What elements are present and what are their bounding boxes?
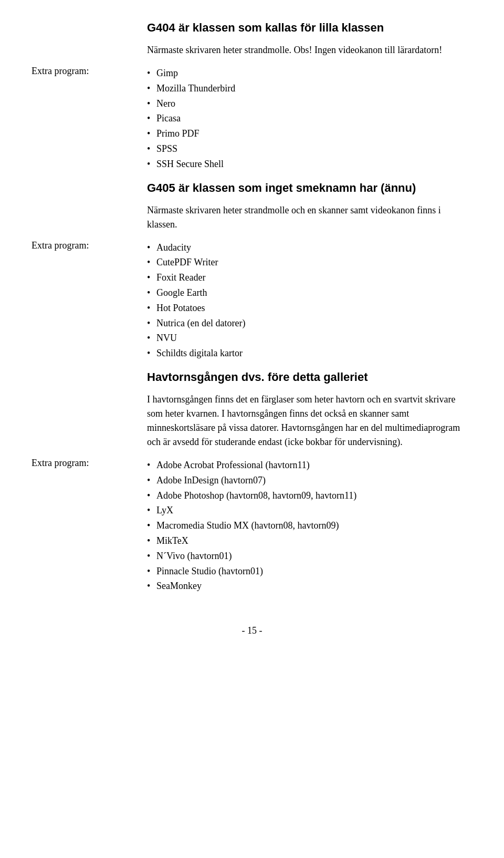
g405-heading: G405 är klassen som inget smeknamn har (… <box>147 181 472 195</box>
list-item: Adobe Acrobat Professional (havtorn11) <box>147 458 472 473</box>
havtorn-extra-row: Extra program: Adobe Acrobat Professiona… <box>32 458 472 594</box>
g405-extra-label: Extra program: <box>32 240 89 251</box>
havtorn-program-list: Adobe Acrobat Professional (havtorn11) A… <box>147 458 472 594</box>
g405-section: G405 är klassen som inget smeknamn har (… <box>32 181 472 199</box>
g404-obs: Obs! Ingen videokanon till lärardatorn! <box>293 45 442 55</box>
g404-printer-note: Närmaste skrivaren heter strandmolle. Ob… <box>147 43 472 57</box>
list-item: Foxit Reader <box>147 270 472 285</box>
page-number: - 15 - <box>242 625 262 636</box>
g404-printer-right: Närmaste skrivaren heter strandmolle. Ob… <box>147 43 472 61</box>
list-item: MikTeX <box>147 533 472 549</box>
list-item: SPSS <box>147 141 472 157</box>
g404-heading-right: G404 är klassen som kallas för lilla kla… <box>147 21 472 39</box>
havtorn-heading: Havtornsgången dvs. före detta galleriet <box>147 370 472 384</box>
g404-section: G404 är klassen som kallas för lilla kla… <box>32 21 472 39</box>
list-item: SSH Secure Shell <box>147 157 472 172</box>
g404-extra-label-col: Extra program: <box>32 66 147 77</box>
havtorn-desc-row: I havtornsgången finns det en färglaser … <box>32 392 472 453</box>
list-item: Adobe InDesign (havtorn07) <box>147 473 472 488</box>
g405-desc-right: Närmaste skrivaren heter strandmolle och… <box>147 203 472 236</box>
list-item: Macromedia Studio MX (havtorn08, havtorn… <box>147 518 472 533</box>
list-item: Audacity <box>147 240 472 255</box>
g405-extra-label-col: Extra program: <box>32 240 147 251</box>
havtorn-extra-content: Adobe Acrobat Professional (havtorn11) A… <box>147 458 472 594</box>
g405-program-list: Audacity CutePDF Writer Foxit Reader Goo… <box>147 240 472 361</box>
list-item: SeaMonkey <box>147 578 472 594</box>
page-container: G404 är klassen som kallas för lilla kla… <box>32 21 472 636</box>
g404-extra-content: Gimp Mozilla Thunderbird Nero Picasa Pri… <box>147 66 472 172</box>
g405-desc-row: Närmaste skrivaren heter strandmolle och… <box>32 203 472 236</box>
list-item: Primo PDF <box>147 126 472 141</box>
g404-printer-row: Närmaste skrivaren heter strandmolle. Ob… <box>32 43 472 61</box>
g404-program-list: Gimp Mozilla Thunderbird Nero Picasa Pri… <box>147 66 472 172</box>
havtorn-description: I havtornsgången finns det en färglaser … <box>147 392 472 449</box>
havtorn-extra-label: Extra program: <box>32 458 89 468</box>
page-footer: - 15 - <box>32 625 472 636</box>
havtorn-desc-right: I havtornsgången finns det en färglaser … <box>147 392 472 453</box>
g404-extra-label: Extra program: <box>32 66 89 76</box>
havtorn-extra-label-col: Extra program: <box>32 458 147 469</box>
g405-description: Närmaste skrivaren heter strandmolle och… <box>147 203 472 232</box>
havtorn-heading-row: Havtornsgången dvs. före detta galleriet <box>32 370 472 388</box>
list-item: Hot Potatoes <box>147 301 472 316</box>
list-item: N´Vivo (havtorn01) <box>147 549 472 564</box>
list-item: Nutrica (en del datorer) <box>147 316 472 331</box>
list-item: Pinnacle Studio (havtorn01) <box>147 564 472 579</box>
list-item: CutePDF Writer <box>147 255 472 270</box>
list-item: Picasa <box>147 111 472 126</box>
list-item: Mozilla Thunderbird <box>147 81 472 96</box>
list-item: Nero <box>147 96 472 111</box>
list-item: LyX <box>147 503 472 518</box>
list-item: Schildts digitala kartor <box>147 346 472 361</box>
g405-heading-right: G405 är klassen som inget smeknamn har (… <box>147 181 472 199</box>
list-item: Google Earth <box>147 285 472 301</box>
list-item: Adobe Photoshop (havtorn08, havtorn09, h… <box>147 488 472 503</box>
list-item: NVU <box>147 330 472 346</box>
list-item: Gimp <box>147 66 472 81</box>
g405-extra-content: Audacity CutePDF Writer Foxit Reader Goo… <box>147 240 472 361</box>
g404-extra-row: Extra program: Gimp Mozilla Thunderbird … <box>32 66 472 172</box>
g405-extra-row: Extra program: Audacity CutePDF Writer F… <box>32 240 472 361</box>
g404-heading: G404 är klassen som kallas för lilla kla… <box>147 21 472 35</box>
havtorn-heading-right: Havtornsgången dvs. före detta galleriet <box>147 370 472 388</box>
